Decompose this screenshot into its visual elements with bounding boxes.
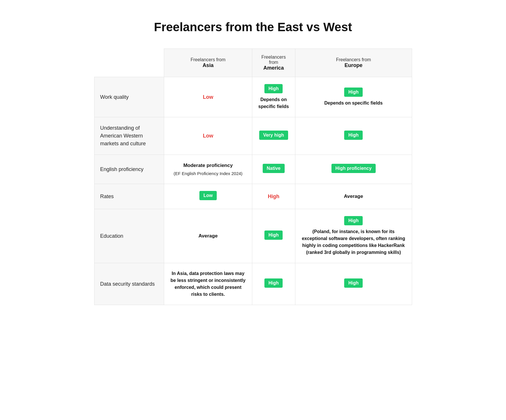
cell-badge-europe-2: High proficiency xyxy=(331,164,376,173)
cell-europe-0: HighDepends on specific fields xyxy=(295,77,412,117)
cell-subtext-europe-4: (Poland, for instance, is known for its … xyxy=(301,228,406,256)
comparison-table: Freelancers from Asia Freelancers from A… xyxy=(94,49,412,305)
cell-asia-3: Low xyxy=(164,184,252,209)
cell-europe-2: High proficiency xyxy=(295,155,412,184)
cell-asia-0: Low xyxy=(164,77,252,117)
cell-italic-asia-5: In Asia, data protection laws may be les… xyxy=(170,270,246,298)
cell-badge-america-0: High xyxy=(264,84,283,93)
cell-badge-europe-4: High xyxy=(344,216,363,225)
col-america-prefix: Freelancers from xyxy=(261,55,286,65)
cell-red-text-asia-0: Low xyxy=(203,93,213,101)
table-row: EducationAverageHighHigh(Poland, for ins… xyxy=(94,209,412,263)
col-header-europe: Freelancers from Europe xyxy=(295,49,412,77)
cell-badge-america-4: High xyxy=(264,231,283,240)
table-row: Understanding of American Western market… xyxy=(94,117,412,155)
row-label-2: English proficiency xyxy=(94,155,164,184)
page-container: Freelancers from the East vs West Freela… xyxy=(94,12,412,305)
cell-note-asia-2: (EF English Proficiency Index 2024) xyxy=(174,170,242,177)
row-label-1: Understanding of American Western market… xyxy=(94,117,164,155)
cell-badge-europe-5: High xyxy=(344,278,363,288)
cell-asia-4: Average xyxy=(164,209,252,263)
page-title: Freelancers from the East vs West xyxy=(94,20,412,34)
cell-badge-america-1: Very high xyxy=(259,131,288,140)
cell-asia-2: Moderate proficiency(EF English Proficie… xyxy=(164,155,252,184)
cell-europe-3: Average xyxy=(295,184,412,209)
cell-america-4: High xyxy=(252,209,295,263)
cell-america-1: Very high xyxy=(252,117,295,155)
cell-badge-europe-0: High xyxy=(344,88,363,97)
cell-europe-5: High xyxy=(295,263,412,305)
cell-badge-america-5: High xyxy=(264,278,283,288)
cell-bold-asia-2: Moderate proficiency xyxy=(183,162,233,169)
col-europe-bold: Europe xyxy=(301,62,406,68)
col-header-america: Freelancers from America xyxy=(252,49,295,77)
table-row: Work qualityLowHighDepends on specific f… xyxy=(94,77,412,117)
cell-america-0: HighDepends on specific fields xyxy=(252,77,295,117)
cell-america-2: Native xyxy=(252,155,295,184)
cell-plain-bold-asia-4: Average xyxy=(199,232,218,240)
row-label-0: Work quality xyxy=(94,77,164,117)
cell-subtext-america-0: Depends on specific fields xyxy=(258,96,289,110)
table-row: English proficiencyModerate proficiency(… xyxy=(94,155,412,184)
row-label-4: Education xyxy=(94,209,164,263)
cell-badge-america-2: Native xyxy=(263,164,285,173)
cell-subtext-europe-0: Depends on specific fields xyxy=(324,100,383,107)
cell-asia-1: Low xyxy=(164,117,252,155)
cell-europe-1: High xyxy=(295,117,412,155)
row-label-5: Data security standards xyxy=(94,263,164,305)
table-row: Data security standardsIn Asia, data pro… xyxy=(94,263,412,305)
col-asia-bold: Asia xyxy=(170,62,246,68)
cell-plain-bold-europe-3: Average xyxy=(344,193,363,200)
cell-badge-asia-3: Low xyxy=(199,191,217,200)
col-america-bold: America xyxy=(258,65,289,71)
cell-red-text-asia-1: Low xyxy=(203,132,213,140)
cell-europe-4: High(Poland, for instance, is known for … xyxy=(295,209,412,263)
table-row: RatesLowHighAverage xyxy=(94,184,412,209)
cell-asia-5: In Asia, data protection laws may be les… xyxy=(164,263,252,305)
row-label-3: Rates xyxy=(94,184,164,209)
corner-header xyxy=(94,49,164,77)
col-header-asia: Freelancers from Asia xyxy=(164,49,252,77)
col-europe-prefix: Freelancers from xyxy=(336,57,371,62)
col-asia-prefix: Freelancers from xyxy=(190,57,225,62)
cell-red-text-america-3: High xyxy=(268,193,279,200)
cell-badge-europe-1: High xyxy=(344,131,363,140)
cell-america-5: High xyxy=(252,263,295,305)
cell-america-3: High xyxy=(252,184,295,209)
